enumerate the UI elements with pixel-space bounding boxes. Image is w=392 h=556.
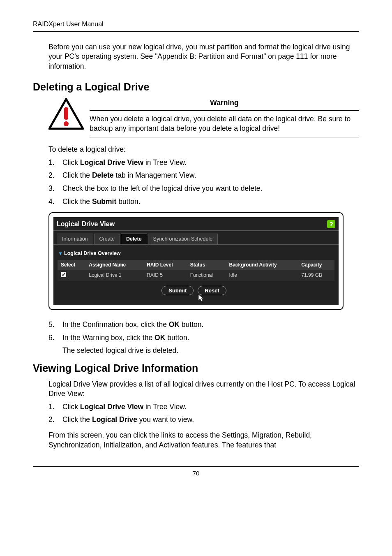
tab-delete[interactable]: Delete: [121, 234, 147, 244]
header-rule: [33, 31, 359, 32]
list-text: In the Confirmation box, click the OK bu…: [62, 320, 359, 330]
list-text: Check the box to the left of the logical…: [62, 184, 359, 194]
svg-marker-3: [198, 294, 203, 301]
column-header: Select: [58, 260, 85, 270]
list-text: Click the Logical Drive you want to view…: [62, 415, 359, 425]
delete-intro: To delete a logical drive:: [48, 145, 359, 155]
list-item: 5.In the Confirmation box, click the OK …: [48, 320, 359, 330]
list-text: Click Logical Drive View in Tree View.: [62, 158, 359, 168]
table-cell: Functional: [187, 270, 226, 281]
warning-title: Warning: [90, 98, 359, 108]
warning-icon: [48, 98, 84, 133]
list-text: Click the Delete tab in Management View.: [62, 171, 359, 181]
column-header: Assigned Name: [85, 260, 143, 270]
page-header: RAIDXpert User Manual: [33, 20, 359, 29]
list-item: 3.Check the box to the left of the logic…: [48, 184, 359, 194]
tab-information[interactable]: Information: [57, 234, 93, 244]
ui-screenshot-figure: Logical Drive View ? InformationCreateDe…: [48, 212, 344, 310]
column-header: Background Activity: [226, 260, 298, 270]
tab-synchronization-schedule[interactable]: Synchronization Schedule: [148, 234, 218, 244]
list-number: 3.: [48, 184, 62, 194]
submit-button[interactable]: Submit: [161, 286, 194, 295]
column-header: Capacity: [298, 260, 334, 270]
table-cell: 71.99 GB: [298, 270, 334, 281]
ui-tabs: InformationCreateDeleteSynchronization S…: [53, 231, 339, 244]
select-checkbox[interactable]: [61, 272, 66, 277]
delete-steps-a: 1.Click Logical Drive View in Tree View.…: [48, 158, 359, 207]
list-item: 6.In the Warning box, click the OK butto…: [48, 333, 359, 343]
view-post-paragraph: From this screen, you can click the link…: [48, 431, 359, 450]
list-text: In the Warning box, click the OK button.: [62, 333, 359, 343]
warning-box: Warning When you delete a logical drive,…: [48, 98, 359, 137]
list-subtext: The selected logical drive is deleted.: [62, 346, 359, 356]
list-number: 1.: [48, 402, 62, 412]
list-number: 4.: [48, 197, 62, 207]
column-header: RAID Level: [143, 260, 187, 270]
table-cell: RAID 5: [143, 270, 187, 281]
warning-rule-top: [90, 110, 359, 111]
delete-steps-b: 5.In the Confirmation box, click the OK …: [48, 320, 359, 356]
chevron-down-icon: ▾: [59, 250, 62, 257]
svg-rect-1: [64, 107, 68, 120]
list-number: 1.: [48, 158, 62, 168]
list-number: 5.: [48, 320, 62, 330]
page-footer: 70: [33, 466, 359, 477]
table-cell: Idle: [226, 270, 298, 281]
table-cell: Logical Drive 1: [85, 270, 143, 281]
list-number: 2.: [48, 171, 62, 181]
intro-paragraph: Before you can use your new logical driv…: [48, 42, 359, 72]
list-item: 1.Click Logical Drive View in Tree View.: [48, 158, 359, 168]
list-item: 2.Click the Delete tab in Management Vie…: [48, 171, 359, 181]
ui-titlebar: Logical Drive View ?: [53, 217, 339, 231]
list-item: 4.Click the Submit button.: [48, 197, 359, 207]
ui-button-row: Submit Reset: [58, 281, 334, 301]
warning-text: When you delete a logical drive, you del…: [90, 114, 359, 134]
tab-create[interactable]: Create: [94, 234, 120, 244]
overview-label: Logical Drive Overview: [64, 250, 121, 257]
list-item: 2.Click the Logical Drive you want to vi…: [48, 415, 359, 425]
section-heading-viewing: Viewing Logical Drive Information: [33, 361, 359, 375]
overview-subheader: ▾ Logical Drive Overview: [58, 249, 334, 258]
list-text: Click the Submit button.: [62, 197, 359, 207]
view-intro: Logical Drive View provides a list of al…: [48, 380, 359, 399]
view-steps: 1.Click Logical Drive View in Tree View.…: [48, 402, 359, 425]
help-icon[interactable]: ?: [327, 220, 335, 228]
reset-button[interactable]: Reset: [198, 286, 226, 295]
section-heading-deleting: Deleting a Logical Drive: [33, 80, 359, 94]
list-item: 1.Click Logical Drive View in Tree View.: [48, 402, 359, 412]
list-number: 2.: [48, 415, 62, 425]
column-header: Status: [187, 260, 226, 270]
list-number: 6.: [48, 333, 62, 343]
ui-title: Logical Drive View: [57, 220, 115, 229]
warning-rule-bottom: [90, 137, 359, 137]
table-row: Logical Drive 1RAID 5FunctionalIdle71.99…: [58, 270, 334, 281]
list-text: Click Logical Drive View in Tree View.: [62, 402, 359, 412]
svg-point-2: [64, 121, 69, 126]
logical-drive-table: SelectAssigned NameRAID LevelStatusBackg…: [58, 260, 334, 281]
